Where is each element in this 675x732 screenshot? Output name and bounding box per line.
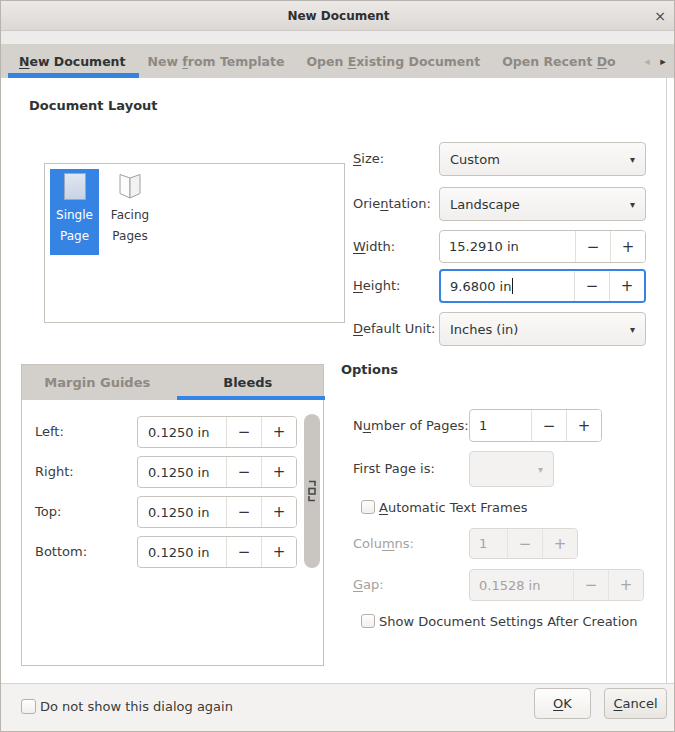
minus-icon: − bbox=[238, 463, 251, 481]
text-cursor bbox=[512, 278, 513, 294]
bleed-top-label: Top: bbox=[35, 504, 61, 519]
height-input[interactable]: 9.6800 in bbox=[441, 271, 574, 301]
dont-show-again-label: Do not show this dialog again bbox=[40, 699, 233, 714]
height-plus-button[interactable]: + bbox=[609, 271, 644, 301]
width-minus-button[interactable]: − bbox=[575, 231, 610, 262]
show-document-settings-label: Show Document Settings After Creation bbox=[379, 614, 638, 629]
bleed-top-spinbox: 0.1250 in − + bbox=[137, 496, 297, 528]
bleed-bottom-plus-button[interactable]: + bbox=[261, 537, 296, 567]
document-layout-heading: Document Layout bbox=[29, 98, 158, 113]
automatic-text-frames-checkbox[interactable] bbox=[361, 500, 375, 514]
chevron-down-icon: ▾ bbox=[538, 464, 543, 475]
minus-icon: − bbox=[543, 417, 556, 435]
ok-button[interactable]: OK bbox=[534, 688, 591, 719]
tab-margin-guides[interactable]: Margin Guides bbox=[22, 365, 173, 400]
bleed-bottom-label: Bottom: bbox=[35, 544, 87, 559]
orientation-dropdown[interactable]: Landscape ▾ bbox=[439, 187, 646, 221]
new-document-dialog: New Document × New Document New from Tem… bbox=[0, 0, 675, 732]
plus-icon: + bbox=[622, 238, 635, 256]
layout-item-facing-pages[interactable]: Facing Pages bbox=[102, 169, 158, 255]
pages-plus-button[interactable]: + bbox=[566, 410, 601, 441]
show-document-settings-checkbox[interactable] bbox=[361, 614, 375, 628]
bleed-left-plus-button[interactable]: + bbox=[261, 417, 296, 447]
width-label: Width: bbox=[353, 230, 395, 263]
minus-icon: − bbox=[238, 503, 251, 521]
gap-label: Gap: bbox=[353, 569, 384, 601]
minus-icon: − bbox=[519, 535, 532, 553]
first-page-dropdown[interactable]: ▾ bbox=[469, 451, 554, 487]
pages-minus-button[interactable]: − bbox=[531, 410, 566, 441]
plus-icon: + bbox=[273, 463, 286, 481]
minus-icon: − bbox=[586, 277, 599, 295]
tab-scroll-arrows: ◂ ▸ bbox=[640, 55, 675, 68]
chevron-down-icon: ▾ bbox=[630, 154, 635, 165]
size-label: Size: bbox=[353, 142, 384, 176]
facing-pages-icon bbox=[117, 173, 143, 200]
default-unit-value: Inches (in) bbox=[450, 322, 630, 337]
tab-open-recent-document[interactable]: Open Recent Do bbox=[491, 44, 627, 78]
plus-icon: + bbox=[554, 535, 567, 553]
gap-spinbox: 0.1528 in − + bbox=[469, 569, 644, 601]
number-of-pages-input[interactable]: 1 bbox=[470, 410, 531, 441]
bleed-right-input[interactable]: 0.1250 in bbox=[138, 457, 226, 487]
minus-icon: − bbox=[585, 576, 598, 594]
bleed-bottom-minus-button[interactable]: − bbox=[226, 537, 261, 567]
titlebar-spacer bbox=[1, 31, 675, 44]
size-dropdown[interactable]: Custom ▾ bbox=[439, 142, 646, 176]
plus-icon: + bbox=[620, 576, 633, 594]
active-tab-indicator bbox=[8, 73, 139, 78]
single-page-icon bbox=[64, 173, 86, 200]
height-label: Height: bbox=[353, 269, 400, 303]
tab-bleeds[interactable]: Bleeds bbox=[173, 365, 324, 400]
bleed-left-spinbox: 0.1250 in − + bbox=[137, 416, 297, 448]
tab-scroll-right-icon[interactable]: ▸ bbox=[656, 55, 670, 68]
bleed-top-input[interactable]: 0.1250 in bbox=[138, 497, 226, 527]
width-spinbox: 15.2910 in − + bbox=[439, 230, 646, 263]
cancel-button[interactable]: Cancel bbox=[604, 688, 667, 719]
link-values-button[interactable] bbox=[304, 414, 320, 568]
dont-show-again-checkbox[interactable] bbox=[21, 699, 36, 714]
orientation-value: Landscape bbox=[450, 197, 630, 212]
bleed-right-minus-button[interactable]: − bbox=[226, 457, 261, 487]
height-minus-button[interactable]: − bbox=[574, 271, 609, 301]
gap-input: 0.1528 in bbox=[470, 570, 573, 600]
gap-minus-button: − bbox=[573, 570, 608, 600]
columns-label: Columns: bbox=[353, 528, 414, 559]
height-spinbox: 9.6800 in − + bbox=[439, 269, 646, 303]
layout-item-single-page[interactable]: Single Page bbox=[50, 169, 99, 255]
bleed-bottom-spinbox: 0.1250 in − + bbox=[137, 536, 297, 568]
bleed-right-plus-button[interactable]: + bbox=[261, 457, 296, 487]
chain-link-icon bbox=[307, 480, 317, 502]
minus-icon: − bbox=[238, 423, 251, 441]
columns-plus-button: + bbox=[542, 529, 577, 558]
title-bar: New Document bbox=[1, 1, 675, 31]
close-button[interactable]: × bbox=[644, 1, 675, 31]
tab-new-from-template[interactable]: New from Template bbox=[137, 44, 296, 78]
plus-icon: + bbox=[273, 423, 286, 441]
page-layout-selector: Single Page Facing Pages bbox=[44, 163, 345, 323]
bleed-left-minus-button[interactable]: − bbox=[226, 417, 261, 447]
margins-tab-bar: Margin Guides Bleeds bbox=[22, 365, 323, 400]
tab-open-existing-document[interactable]: Open Existing Document bbox=[295, 44, 491, 78]
number-of-pages-label: Number of Pages: bbox=[353, 409, 469, 442]
width-plus-button[interactable]: + bbox=[610, 231, 645, 262]
width-input[interactable]: 15.2910 in bbox=[440, 231, 575, 262]
bleed-left-label: Left: bbox=[35, 424, 64, 439]
default-unit-dropdown[interactable]: Inches (in) ▾ bbox=[439, 312, 646, 346]
default-unit-label: Default Unit: bbox=[353, 312, 435, 346]
plus-icon: + bbox=[621, 277, 634, 295]
window-title: New Document bbox=[287, 9, 389, 23]
plus-icon: + bbox=[273, 503, 286, 521]
bleed-top-plus-button[interactable]: + bbox=[261, 497, 296, 527]
options-heading: Options bbox=[341, 362, 398, 377]
bleed-bottom-input[interactable]: 0.1250 in bbox=[138, 537, 226, 567]
automatic-text-frames-label: Automatic Text Frames bbox=[379, 500, 528, 515]
plus-icon: + bbox=[578, 417, 591, 435]
tab-scroll-left-icon[interactable]: ◂ bbox=[640, 55, 654, 68]
columns-input: 1 bbox=[470, 529, 507, 558]
size-value: Custom bbox=[450, 152, 630, 167]
columns-spinbox: 1 − + bbox=[469, 528, 578, 559]
bleed-left-input[interactable]: 0.1250 in bbox=[138, 417, 226, 447]
number-of-pages-spinbox: 1 − + bbox=[469, 409, 602, 442]
bleed-top-minus-button[interactable]: − bbox=[226, 497, 261, 527]
